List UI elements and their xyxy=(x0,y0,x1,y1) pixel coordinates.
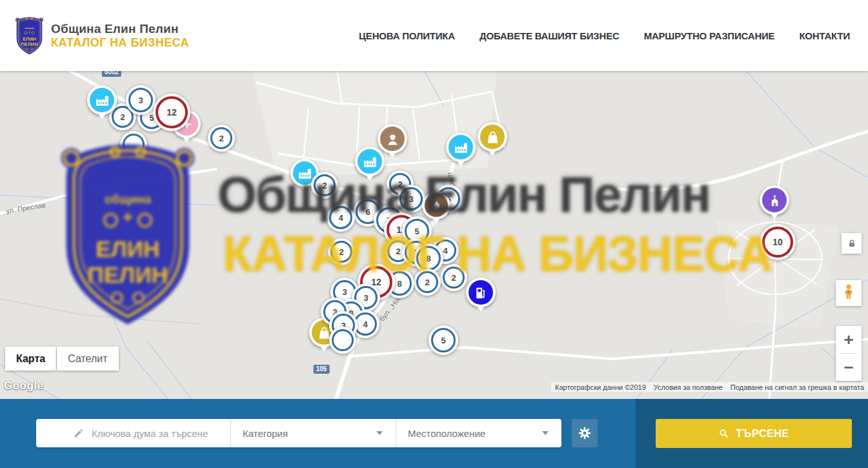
pencil-icon xyxy=(73,428,84,439)
header: община ЕЛИН ПЕЛИН Община Елин Пелин КАТА… xyxy=(0,0,868,71)
cluster-count: 3 xyxy=(128,88,153,112)
search-fields-group: Категория Местоположение xyxy=(36,419,561,447)
worker-icon xyxy=(380,127,405,151)
search-submit-button[interactable]: ТЪРСЕНЕ xyxy=(656,419,852,448)
map-type-control: Карта Сателит xyxy=(5,347,119,371)
cluster-count: 2 xyxy=(416,271,438,293)
fuel-icon xyxy=(469,280,493,305)
logo-text: Община Елин Пелин КАТАЛОГ НА БИЗНЕСА xyxy=(51,22,189,50)
category-select[interactable]: Категория xyxy=(230,419,396,447)
map-pin-bag[interactable] xyxy=(478,122,507,152)
map-cluster-marker[interactable]: 3 xyxy=(397,185,425,213)
map-pin-church[interactable] xyxy=(760,185,789,215)
gear-icon xyxy=(578,426,592,440)
chevron-down-icon xyxy=(542,431,549,435)
attribution-report-link[interactable]: Подаване на сигнал за грешка в картата xyxy=(727,383,868,391)
map-cluster-marker[interactable]: 4 xyxy=(327,203,355,232)
map-pin-factory[interactable] xyxy=(87,85,117,115)
map-cluster-marker[interactable]: 10 xyxy=(760,224,796,260)
location-select[interactable]: Местоположение xyxy=(396,419,561,447)
map-cluster-marker[interactable]: 3 xyxy=(126,85,156,115)
map-type-satellite-button[interactable]: Сателит xyxy=(57,347,118,371)
bag-icon xyxy=(480,125,505,149)
site-logo[interactable]: община ЕЛИН ПЕЛИН Община Елин Пелин КАТА… xyxy=(14,15,189,56)
svg-text:ЕЛИН: ЕЛИН xyxy=(23,36,36,42)
nav-route-schedule[interactable]: МАРШРУТНО РАЗПИСАНИЕ xyxy=(644,30,775,41)
nav-add-your-business[interactable]: ДОБАВЕТЕ ВАШИЯТ БИЗНЕС xyxy=(479,30,620,41)
logo-catalog-title: КАТАЛОГ НА БИЗНЕСА xyxy=(51,36,189,50)
map-cluster-marker[interactable]: 2 xyxy=(414,269,441,296)
category-select-value: Категория xyxy=(243,428,288,439)
svg-text:община: община xyxy=(25,26,35,30)
map-cluster-marker[interactable]: 2 xyxy=(208,125,235,152)
cluster-count: 2 xyxy=(210,127,232,149)
cluster-count: 10 xyxy=(762,227,793,258)
lock-icon xyxy=(847,238,857,249)
search-keyword-input[interactable] xyxy=(90,427,222,440)
cluster-count xyxy=(123,134,145,156)
zoom-out-button[interactable]: − xyxy=(836,354,862,381)
lock-indicator xyxy=(842,233,862,254)
map-pin-fuel[interactable] xyxy=(466,278,496,307)
factory-icon xyxy=(90,88,114,112)
factory-icon xyxy=(358,149,382,174)
svg-text:ПЕЛИН: ПЕЛИН xyxy=(21,41,38,47)
cluster-count: 12 xyxy=(156,96,188,128)
location-select-value: Местоположение xyxy=(408,428,485,439)
pegman-icon xyxy=(840,283,857,303)
search-icon xyxy=(718,428,729,439)
map-cluster-marker[interactable] xyxy=(329,327,356,354)
google-logo[interactable]: Google xyxy=(4,380,44,392)
nav-pricing-policy[interactable]: ЦЕНОВА ПОЛИТИКА xyxy=(359,30,455,41)
church-icon xyxy=(762,188,787,212)
municipality-emblem-icon: община ЕЛИН ПЕЛИН xyxy=(14,15,45,56)
advanced-settings-button[interactable] xyxy=(572,419,598,447)
map-cluster-marker[interactable]: 2 xyxy=(311,172,338,199)
map-cluster-marker[interactable]: 2 xyxy=(440,264,467,291)
cluster-count: 4 xyxy=(329,206,352,229)
map-cluster-marker[interactable] xyxy=(120,131,147,158)
flame-icon xyxy=(425,194,448,217)
map-pin-worker[interactable] xyxy=(378,124,407,154)
map-markers-layer: 25312222356471352274810228123383435 xyxy=(0,71,868,399)
cluster-count: 2 xyxy=(443,267,465,289)
map-attribution: Картографски данни ©2019 Условия за полз… xyxy=(551,382,868,392)
map-cluster-marker[interactable]: 12 xyxy=(153,94,190,131)
street-view-pegman[interactable] xyxy=(836,280,862,306)
logo-municipality-name: Община Елин Пелин xyxy=(51,22,189,36)
map-pin-flame[interactable] xyxy=(422,191,450,219)
chevron-down-icon xyxy=(376,431,383,435)
cluster-count: 5 xyxy=(431,328,456,352)
cluster-count: 8 xyxy=(416,246,441,270)
zoom-control: + − xyxy=(836,326,862,381)
attribution-copyright: Картографски данни ©2019 xyxy=(551,383,650,391)
map-pin-factory[interactable] xyxy=(355,147,385,176)
factory-icon xyxy=(449,135,473,159)
map-pin-factory[interactable] xyxy=(446,132,476,162)
cluster-count: 2 xyxy=(330,241,352,263)
cluster-count xyxy=(332,329,354,351)
map-canvas[interactable]: ул. Преславбул. „Новоселции“ 6002105 253… xyxy=(0,71,868,399)
main-nav: ЦЕНОВА ПОЛИТИКА ДОБАВЕТЕ ВАШИЯТ БИЗНЕС М… xyxy=(359,30,850,41)
map-type-map-button[interactable]: Карта xyxy=(5,347,56,371)
attribution-terms-link[interactable]: Условия за ползване xyxy=(650,383,727,391)
nav-contacts[interactable]: КОНТАКТИ xyxy=(799,30,850,41)
search-bar: Категория Местоположение xyxy=(0,399,868,468)
cluster-count: 2 xyxy=(314,174,336,196)
keyword-field[interactable] xyxy=(36,419,230,447)
map-cluster-marker[interactable]: 5 xyxy=(429,325,458,355)
cluster-count: 3 xyxy=(399,187,423,210)
search-button-label: ТЪРСЕНЕ xyxy=(736,428,789,440)
zoom-in-button[interactable]: + xyxy=(836,326,862,353)
map-cluster-marker[interactable]: 2 xyxy=(328,238,355,265)
